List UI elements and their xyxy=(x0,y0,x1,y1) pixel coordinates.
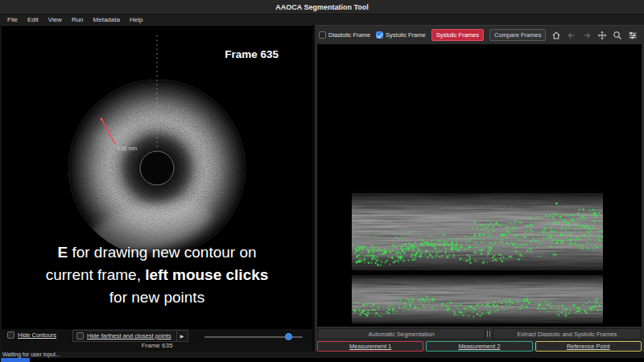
hide-points-label: Hide farthest and closest points xyxy=(87,332,171,339)
status-bar: Waiting for user input... xyxy=(0,352,644,358)
extract-frames-button[interactable]: Extract Diastolic and Systolic Frames xyxy=(493,328,642,339)
diastolic-frame-checkbox[interactable]: Diastolic Frame xyxy=(319,31,370,39)
checkbox-checked-icon[interactable] xyxy=(376,31,383,39)
forward-arrow-icon[interactable] xyxy=(582,31,592,40)
menu-view[interactable]: View xyxy=(43,14,67,25)
catheter-artifact xyxy=(140,151,174,185)
measurement-point xyxy=(100,117,102,120)
figure-canvas[interactable] xyxy=(317,44,642,327)
systolic-frames-button[interactable]: Systolic Frames xyxy=(431,29,484,41)
ivus-image-view[interactable]: 9.68 mm Frame 635 E for drawing new cont… xyxy=(2,25,312,328)
measurement-2-button[interactable]: Measurement 2 xyxy=(426,341,532,352)
app-window: AAOCA Segmentation Tool File Edit View R… xyxy=(0,0,644,362)
hide-contours-checkbox[interactable]: Hide Contours xyxy=(7,331,56,339)
status-message: Waiting for user input... xyxy=(0,352,60,358)
checkbox-icon[interactable] xyxy=(7,331,14,339)
window-title: AAOCA Segmentation Tool xyxy=(275,3,369,11)
automatic-segmentation-button[interactable]: Automatic Segmentation xyxy=(317,328,485,339)
slider-handle[interactable] xyxy=(285,333,292,340)
expand-arrow-button[interactable]: ▶ xyxy=(176,331,188,341)
menu-metadata[interactable]: Metadata xyxy=(89,14,125,25)
pan-icon[interactable] xyxy=(597,31,607,40)
measurement-actions: Measurement 1 Measurement 2 Reference Po… xyxy=(317,341,642,352)
systolic-frame-checkbox[interactable]: Systolic Frame xyxy=(376,31,426,39)
ivus-panel: 9.68 mm Frame 635 E for drawing new cont… xyxy=(2,25,312,352)
measurement-value: 9.68 mm xyxy=(117,146,137,151)
menu-file[interactable]: File xyxy=(2,14,23,25)
bottom-strip xyxy=(0,358,644,362)
frame-number-label: Frame 635 xyxy=(225,48,279,60)
measurement-1-button[interactable]: Measurement 1 xyxy=(317,341,423,352)
menubar: File Edit View Run Metadata Help xyxy=(0,14,644,25)
navigation-toolbar xyxy=(551,31,644,40)
menu-help[interactable]: Help xyxy=(125,14,147,25)
reference-point-button[interactable]: Reference Point xyxy=(535,341,642,352)
splitter-handle[interactable] xyxy=(485,328,493,339)
taskbar-item[interactable] xyxy=(1,358,30,362)
home-icon[interactable] xyxy=(551,31,561,40)
longitudinal-view[interactable] xyxy=(352,191,603,326)
zoom-icon[interactable] xyxy=(613,31,622,40)
analysis-panel: Diastolic Frame Systolic Frame Systolic … xyxy=(315,25,644,352)
frame-indicator: Frame 635 xyxy=(2,342,312,349)
frame-slider[interactable] xyxy=(204,331,303,343)
segmentation-actions: Automatic Segmentation Extract Diastolic… xyxy=(317,328,642,339)
hide-contours-label: Hide Contours xyxy=(18,331,56,339)
hide-points-checkbox[interactable] xyxy=(76,332,84,339)
back-arrow-icon[interactable] xyxy=(567,31,576,40)
menu-edit[interactable]: Edit xyxy=(23,14,43,25)
instruction-mouse: left mouse clicks xyxy=(145,266,268,283)
compare-frames-button[interactable]: Compare Frames xyxy=(489,29,546,41)
checkbox-unchecked-icon[interactable] xyxy=(319,31,326,39)
titlebar: AAOCA Segmentation Tool xyxy=(0,0,644,14)
hide-points-group: Hide farthest and closest points ▶ xyxy=(72,330,188,342)
figure-toolbar: Diastolic Frame Systolic Frame Systolic … xyxy=(319,27,641,43)
instruction-overlay: E for drawing new contour on current fra… xyxy=(40,241,274,309)
instruction-key-e: E xyxy=(57,244,68,261)
menu-run[interactable]: Run xyxy=(67,14,89,25)
subplots-icon[interactable] xyxy=(628,31,638,40)
